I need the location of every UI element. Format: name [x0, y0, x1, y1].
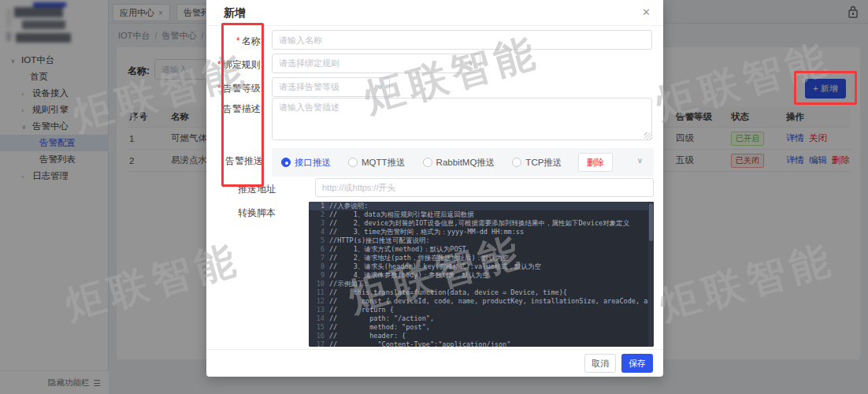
- code-line: 6// 1、请求方式(method)：默认为POST: [309, 245, 654, 254]
- line-text: // 4、请求体参数(body)：参数对象，默认为空: [329, 271, 489, 280]
- line-text: // 1、请求方式(method)：默认为POST: [329, 245, 466, 254]
- line-text: // return {: [329, 306, 394, 314]
- radio-label: MQTT推送: [362, 157, 406, 169]
- line-text: // 1、data为相应规则引擎处理后返回数据: [329, 210, 474, 219]
- line-number: 1: [309, 202, 329, 210]
- code-line: 8// 3、请求头(header)：key(驼峰格式):value格式，默认为空: [309, 262, 654, 271]
- push-type-radio-RabbitMQ推送[interactable]: RabbitMQ推送: [423, 157, 495, 169]
- level-field-label: *告警等级:: [206, 82, 263, 95]
- line-number: 10: [309, 280, 329, 288]
- push-address-input[interactable]: [315, 178, 654, 197]
- textarea-resize-grip[interactable]: [644, 132, 651, 139]
- save-button[interactable]: 保存: [621, 354, 653, 373]
- line-text: // const { deviceId, code, name, product…: [329, 297, 654, 306]
- delete-push-button[interactable]: 删除: [578, 153, 613, 172]
- code-line: 16// header: {: [309, 332, 654, 340]
- code-line: 12// const { deviceId, code, name, produ…: [309, 297, 654, 306]
- push-type-radio-TCP推送[interactable]: TCP推送: [512, 157, 562, 169]
- line-number: 8: [309, 262, 329, 271]
- code-line: 9// 4、请求体参数(body)：参数对象，默认为空: [309, 271, 654, 280]
- collapse-chevron-icon[interactable]: ∨: [637, 156, 643, 165]
- push-type-radio-group: 接口推送MQTT推送RabbitMQ推送TCP推送 删除 ∨: [272, 148, 654, 177]
- push-address-label: 推送地址: [219, 183, 276, 196]
- cancel-button[interactable]: 取消: [584, 354, 616, 373]
- line-text: // path: "/action",: [329, 314, 434, 323]
- level-select[interactable]: 请选择告警等级 ∨: [272, 77, 390, 97]
- radio-dot-icon: [348, 158, 358, 167]
- line-number: 9: [309, 271, 329, 280]
- line-text: // "Content-Type":"application/json": [329, 340, 510, 347]
- push-type-radio-接口推送[interactable]: 接口推送: [281, 157, 331, 169]
- line-number: 12: [309, 297, 329, 306]
- code-line: 3// 2、device为封装的IOT设备信息,可根据需要添加到转换结果中，属性…: [309, 219, 654, 228]
- radio-dot-icon: [423, 158, 432, 167]
- line-text: //HTTP(s)接口推送可配置说明:: [329, 236, 430, 245]
- modal-footer: 取消 保存: [206, 349, 663, 377]
- line-number: 13: [309, 306, 329, 314]
- code-line: 2// 1、data为相应规则引擎处理后返回数据: [309, 210, 654, 219]
- line-text: // method: "post",: [329, 323, 430, 332]
- line-number: 4: [309, 228, 329, 236]
- app-root: ∨IOT中台首页›设备接入›规则引擎∨告警中心告警配置告警列表›日志管理 隐藏功…: [0, 0, 868, 394]
- code-line: 4// 3、time为告警时间，格式为：yyyy-MM-dd HH:mm:ss: [309, 228, 654, 236]
- desc-field-label: 告警描述:: [206, 102, 263, 116]
- line-number: 6: [309, 245, 329, 254]
- modal-header: 新增 ✕: [206, 0, 663, 26]
- code-line: 17// "Content-Type":"application/json": [309, 340, 654, 347]
- name-field-label: *名称:: [206, 35, 263, 48]
- line-text: // header: {: [329, 332, 406, 340]
- line-number: 5: [309, 236, 329, 245]
- line-number: 14: [309, 314, 329, 323]
- script-label: 转换脚本: [219, 206, 276, 220]
- line-text: // 3、time为告警时间，格式为：yyyy-MM-dd HH:mm:ss: [329, 228, 524, 236]
- code-line: 11// this.translate=function(data, devic…: [309, 288, 654, 297]
- code-line: 7// 2、请求地址(path，拼接在推送地址后)：默认为空: [309, 254, 654, 262]
- editor-scrollbar[interactable]: [648, 202, 654, 347]
- line-text: // 3、请求头(header)：key(驼峰格式):value格式，默认为空: [329, 262, 541, 271]
- code-line: 13// return {: [309, 306, 654, 314]
- code-line: 14// path: "/action",: [309, 314, 654, 323]
- line-number: 11: [309, 288, 329, 297]
- rule-select-placeholder: 请选择绑定规则: [279, 58, 339, 68]
- line-text: //示例如下:: [329, 280, 368, 288]
- script-code-editor[interactable]: 1//入参说明:2// 1、data为相应规则引擎处理后返回数据3// 2、de…: [309, 202, 654, 347]
- code-line: 10//示例如下:: [309, 280, 654, 288]
- radio-dot-icon: [512, 158, 521, 167]
- required-asterisk: *: [236, 35, 240, 46]
- code-line: 5//HTTP(s)接口推送可配置说明:: [309, 236, 654, 245]
- push-type-radio-MQTT推送[interactable]: MQTT推送: [348, 157, 406, 169]
- level-select-placeholder: 请选择告警等级: [279, 82, 339, 91]
- modal-title: 新增: [224, 6, 246, 20]
- line-number: 16: [309, 332, 329, 340]
- line-text: // this.translate=function(data, device …: [329, 288, 567, 297]
- line-number: 15: [309, 323, 329, 332]
- push-field-label: 告警推送: [206, 154, 263, 168]
- close-icon[interactable]: ✕: [642, 6, 651, 18]
- chevron-down-icon: ∨: [377, 78, 383, 96]
- line-text: // 2、device为封装的IOT设备信息,可根据需要添加到转换结果中，属性如…: [329, 219, 629, 228]
- chevron-down-icon: ∨: [468, 54, 473, 72]
- line-text: // 2、请求地址(path，拼接在推送地址后)：默认为空: [329, 254, 509, 262]
- required-asterisk: *: [217, 83, 221, 94]
- line-text: //入参说明:: [329, 202, 368, 210]
- radio-dot-icon: [281, 158, 291, 167]
- radio-label: RabbitMQ推送: [436, 157, 495, 169]
- code-line: 15// method: "post",: [309, 323, 654, 332]
- desc-textarea[interactable]: [272, 98, 652, 140]
- line-number: 7: [309, 254, 329, 262]
- add-alarm-modal: 新增 ✕ *名称: *绑定规则: 请选择绑定规则 ∨ *告警等级: 请选择告警等…: [206, 0, 663, 377]
- line-number: 2: [309, 210, 329, 219]
- line-number: 17: [309, 340, 329, 347]
- required-asterisk: *: [217, 59, 221, 70]
- line-number: 3: [309, 219, 329, 228]
- radio-label: TCP推送: [525, 157, 562, 169]
- rule-field-label: *绑定规则:: [206, 58, 263, 72]
- rule-select[interactable]: 请选择绑定规则 ∨: [272, 54, 480, 73]
- name-input[interactable]: [272, 30, 652, 50]
- radio-label: 接口推送: [295, 157, 331, 169]
- scrollbar-thumb[interactable]: [649, 203, 653, 241]
- code-line: 1//入参说明:: [309, 202, 654, 210]
